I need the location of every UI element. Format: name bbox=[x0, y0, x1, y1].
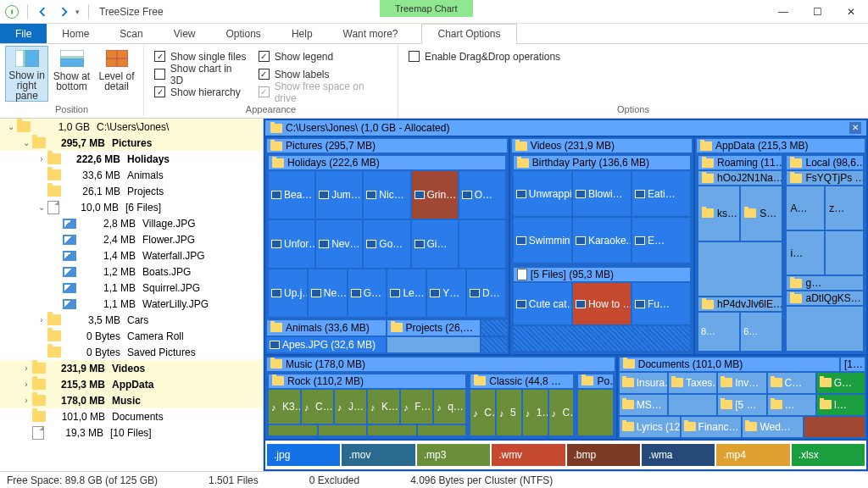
expand-icon[interactable]: › bbox=[20, 363, 32, 373]
tree-row[interactable]: 33,6 MBAnimals bbox=[0, 167, 263, 183]
menu-chartoptions[interactable]: Chart Options bbox=[421, 24, 516, 44]
treemap-chart[interactable]: C:\Users\Jones\ (1,0 GB - Allocated) ✕ P… bbox=[264, 119, 868, 471]
tree-row[interactable]: 1,1 MBWaterLilly.JPG bbox=[0, 296, 263, 312]
tree-row[interactable]: ›3,5 MBCars bbox=[0, 312, 263, 328]
tm-cell[interactable]: q… bbox=[434, 390, 465, 424]
maximize-button[interactable]: ☐ bbox=[800, 0, 834, 24]
nav-back[interactable] bbox=[31, 3, 53, 21]
tm-cell[interactable]: C… bbox=[302, 390, 333, 424]
expand-icon[interactable]: ⌄ bbox=[36, 202, 47, 212]
tm-cell[interactable]: K… bbox=[368, 390, 399, 424]
tm-cell[interactable]: MS… bbox=[620, 395, 667, 415]
menu-options[interactable]: Options bbox=[211, 24, 276, 43]
tree-row[interactable]: ⌄1,0 GBC:\Users\Jones\ bbox=[0, 119, 263, 135]
directory-tree[interactable]: ⌄1,0 GBC:\Users\Jones\⌄295,7 MBPictures›… bbox=[0, 119, 264, 471]
tm-cell[interactable]: F… bbox=[401, 390, 432, 424]
tm-cell[interactable]: C… bbox=[549, 390, 574, 435]
expand-icon[interactable]: › bbox=[20, 396, 32, 405]
tm-cell[interactable]: Cute cat… bbox=[514, 283, 571, 324]
tm-cell[interactable]: Le… bbox=[387, 269, 426, 317]
tm-cell[interactable]: Ne… bbox=[309, 269, 347, 317]
tree-row[interactable]: 1,4 MBWaterfall.JPG bbox=[0, 247, 263, 263]
tm-cell[interactable]: 5 bbox=[497, 390, 521, 435]
tm-cell[interactable]: Blowi… bbox=[573, 171, 631, 216]
context-tab-treemap[interactable]: Treemap Chart bbox=[380, 0, 473, 17]
menu-home[interactable]: Home bbox=[47, 24, 104, 43]
tm-cell[interactable]: Unfor… bbox=[269, 220, 314, 268]
tree-row[interactable]: ⌄295,7 MBPictures bbox=[0, 135, 263, 151]
tm-cell[interactable]: How to … bbox=[573, 283, 631, 324]
tm-cell[interactable] bbox=[669, 395, 716, 415]
tm-cell[interactable]: Insura… bbox=[620, 373, 667, 393]
tm-cell[interactable] bbox=[459, 220, 505, 268]
tm-cell[interactable]: Financ… bbox=[682, 417, 742, 437]
tree-row[interactable]: ›215,3 MBAppData bbox=[0, 376, 263, 392]
tm-cell[interactable]: Karaoke.… bbox=[573, 218, 631, 263]
tm-cell[interactable]: Up.j… bbox=[269, 269, 307, 317]
show-at-bottom-button[interactable]: Show at bottom bbox=[50, 46, 93, 102]
tm-cell[interactable]: Go… bbox=[364, 220, 409, 268]
expand-icon[interactable]: ⌄ bbox=[5, 122, 17, 131]
tm-cell[interactable]: I… bbox=[817, 395, 865, 415]
tree-row[interactable]: 0 BytesCamera Roll bbox=[0, 328, 263, 344]
tm-cell[interactable]: … bbox=[768, 395, 815, 415]
nav-history-dropdown[interactable]: ▾ bbox=[75, 8, 80, 16]
menu-wantmore[interactable]: Want more? bbox=[328, 24, 414, 43]
tm-cell[interactable]: Taxes… bbox=[669, 373, 716, 393]
tm-cell[interactable]: O… bbox=[459, 171, 505, 219]
tm-cell[interactable]: K3… bbox=[269, 390, 300, 424]
nav-forward[interactable] bbox=[53, 3, 75, 21]
tree-row[interactable]: ›231,9 MBVideos bbox=[0, 360, 263, 376]
tm-cell[interactable]: Fu… bbox=[632, 283, 690, 324]
minimize-button[interactable]: — bbox=[766, 0, 800, 24]
tree-row[interactable]: 101,0 MBDocuments bbox=[0, 408, 263, 424]
tm-cell[interactable]: Grin… bbox=[412, 171, 458, 219]
tm-cell[interactable]: Eati… bbox=[632, 171, 690, 216]
tm-cell[interactable]: C… bbox=[470, 390, 495, 435]
chk-legend[interactable]: ✓Show legend bbox=[259, 48, 387, 65]
tm-cell[interactable]: D… bbox=[467, 269, 505, 317]
tree-row[interactable]: 0 BytesSaved Pictures bbox=[0, 344, 263, 360]
chk-dragdrop[interactable]: Enable Drag&Drop operations bbox=[409, 48, 560, 65]
tree-row[interactable]: ›222,6 MBHolidays bbox=[0, 151, 263, 167]
tm-cell[interactable]: Gi… bbox=[412, 220, 458, 268]
close-button[interactable]: ✕ bbox=[834, 0, 868, 24]
tm-cell[interactable] bbox=[804, 417, 865, 437]
expand-icon[interactable]: › bbox=[36, 154, 47, 164]
level-of-detail-button[interactable]: Level of detail bbox=[95, 46, 138, 102]
tm-cell[interactable]: E… bbox=[632, 218, 690, 263]
tree-row[interactable]: 26,1 MBProjects bbox=[0, 183, 263, 199]
tm-cell[interactable]: Lyrics (12,… bbox=[620, 417, 680, 437]
tm-cell[interactable]: Inv… bbox=[718, 373, 765, 393]
tm-cell[interactable]: Jum… bbox=[316, 171, 362, 219]
tm-cell[interactable]: Nic… bbox=[364, 171, 409, 219]
tm-cell[interactable]: C… bbox=[768, 373, 815, 393]
chk-hierarchy[interactable]: ✓Show hierarchy bbox=[154, 84, 247, 101]
menu-help[interactable]: Help bbox=[276, 24, 328, 43]
tree-row[interactable]: ⌄10,0 MB[6 Files] bbox=[0, 199, 263, 215]
chart-close-icon[interactable]: ✕ bbox=[849, 122, 861, 134]
tm-cell[interactable]: Nev… bbox=[316, 220, 362, 268]
menu-scan[interactable]: Scan bbox=[104, 24, 158, 43]
expand-icon[interactable]: ⌄ bbox=[20, 138, 32, 147]
tm-cell[interactable]: Wed… bbox=[743, 417, 803, 437]
tree-row[interactable]: 1,1 MBSquirrel.JPG bbox=[0, 280, 263, 296]
expand-icon[interactable]: › bbox=[20, 380, 32, 389]
tm-cell[interactable]: [5 … bbox=[718, 395, 765, 415]
tm-cell[interactable]: Bea… bbox=[269, 171, 314, 219]
tree-row[interactable]: 2,4 MBFlower.JPG bbox=[0, 231, 263, 247]
tree-row[interactable]: 19,3 MB[10 Files] bbox=[0, 424, 263, 441]
menu-file[interactable]: File bbox=[0, 24, 47, 43]
tree-row[interactable]: 1,2 MBBoats.JPG bbox=[0, 263, 263, 280]
tree-row[interactable]: 2,8 MBVillage.JPG bbox=[0, 215, 263, 231]
tree-row[interactable]: ›178,0 MBMusic bbox=[0, 392, 263, 408]
tm-cell[interactable]: Y… bbox=[427, 269, 465, 317]
tm-cell[interactable]: J… bbox=[335, 390, 366, 424]
tm-cell[interactable]: 1… bbox=[523, 390, 548, 435]
expand-icon[interactable]: › bbox=[36, 315, 47, 324]
menu-view[interactable]: View bbox=[159, 24, 211, 43]
tm-cell[interactable]: Unwrappi… bbox=[514, 171, 571, 216]
tm-cell[interactable]: G… bbox=[348, 269, 387, 317]
tm-cell[interactable]: Swimmin… bbox=[514, 218, 571, 263]
tm-cell[interactable]: G… bbox=[817, 373, 865, 393]
